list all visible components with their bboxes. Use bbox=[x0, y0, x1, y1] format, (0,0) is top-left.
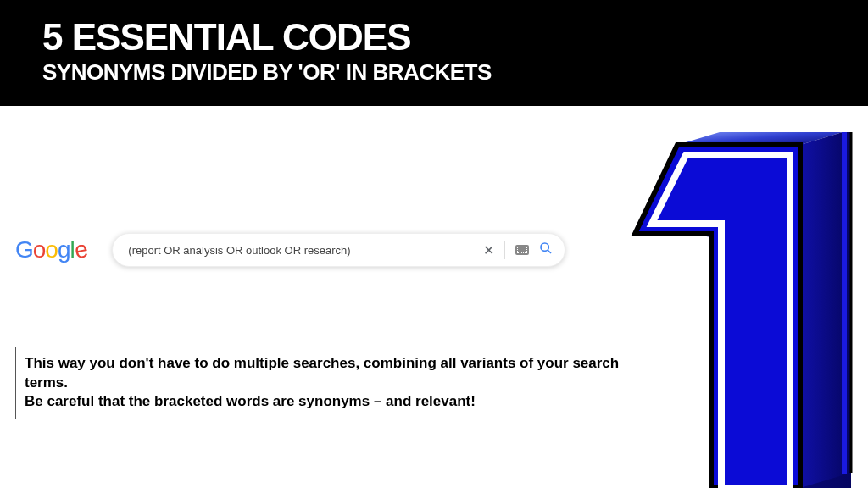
logo-letter: o bbox=[33, 236, 46, 263]
logo-letter: G bbox=[15, 236, 33, 263]
svg-point-0 bbox=[541, 243, 548, 251]
search-icons: ✕ bbox=[483, 241, 553, 259]
logo-letter: g bbox=[58, 236, 70, 263]
svg-line-1 bbox=[548, 250, 551, 253]
keyboard-icon[interactable] bbox=[515, 245, 529, 255]
big-number-one-graphic bbox=[554, 132, 868, 488]
logo-letter: e bbox=[72, 236, 89, 264]
slide-subtitle: SYNONYMS DIVIDED BY 'OR' IN BRACKETS bbox=[42, 59, 826, 86]
search-icon[interactable] bbox=[539, 241, 553, 258]
logo-letter: o bbox=[45, 236, 58, 263]
search-input[interactable] bbox=[128, 244, 483, 257]
google-logo: G o o g l e bbox=[15, 236, 86, 263]
slide-header: 5 ESSENTIAL CODES SYNONYMS DIVIDED BY 'O… bbox=[0, 0, 868, 106]
search-box[interactable]: ✕ bbox=[112, 233, 565, 267]
slide-title: 5 ESSENTIAL CODES bbox=[42, 17, 826, 58]
search-row: G o o g l e ✕ bbox=[15, 233, 565, 267]
clear-icon[interactable]: ✕ bbox=[483, 242, 494, 258]
divider bbox=[504, 241, 505, 259]
